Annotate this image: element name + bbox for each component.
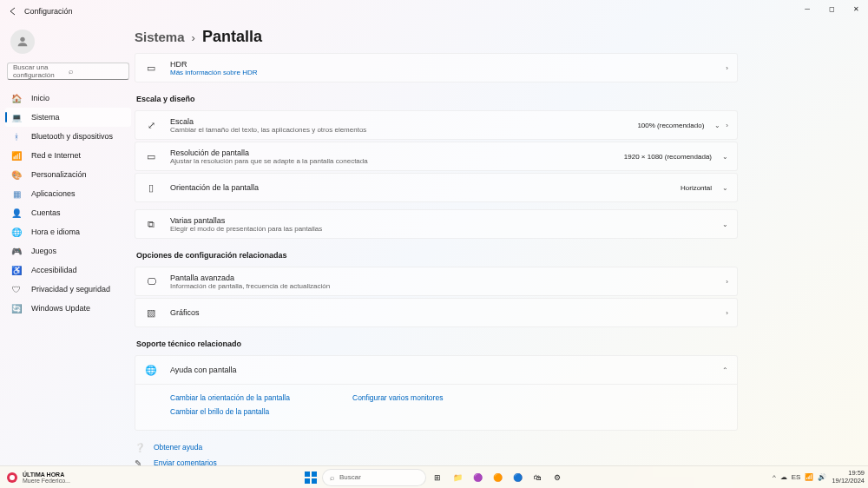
start-button[interactable] xyxy=(302,469,319,486)
sidebar-item-privacidad-y-seguridad[interactable]: 🛡Privacidad y seguridad xyxy=(5,280,131,299)
nav-label: Windows Update xyxy=(31,304,90,313)
chevron-up-icon[interactable]: ⌃ xyxy=(722,366,728,374)
breadcrumb-parent[interactable]: Sistema xyxy=(135,30,185,44)
page-title: Pantalla xyxy=(202,28,262,46)
nav-label: Cuentas xyxy=(31,208,61,217)
sidebar-item-juegos[interactable]: 🎮Juegos xyxy=(5,241,131,260)
chevron-right-icon: › xyxy=(726,278,728,286)
taskbar: ÚLTIMA HORA Muere Federico... ⌕ Buscar ⊞… xyxy=(0,465,868,488)
sidebar-item-bluetooth-y-dispositivos[interactable]: ᚼBluetooth y dispositivos xyxy=(5,127,131,146)
nav-label: Sistema xyxy=(31,113,60,122)
search-input[interactable]: Buscar una configuración ⌕ xyxy=(7,63,129,80)
graphics-icon: ▧ xyxy=(144,306,158,320)
taskbar-search[interactable]: ⌕ Buscar xyxy=(322,469,426,486)
help-icon: ❔ xyxy=(135,443,147,452)
section-scale-title: Escala y diseño xyxy=(136,95,738,103)
nav-icon: 🏠 xyxy=(10,92,23,104)
sidebar-item-cuentas[interactable]: 👤Cuentas xyxy=(5,203,131,222)
close-button[interactable]: ✕ xyxy=(844,0,868,17)
chevron-down-icon[interactable]: ⌄ xyxy=(722,184,728,192)
search-icon: ⌕ xyxy=(330,473,334,482)
nav-label: Red e Internet xyxy=(31,151,81,160)
app-icon[interactable]: 🟠 xyxy=(489,469,506,486)
language-icon[interactable]: ES xyxy=(792,473,801,481)
sidebar-item-sistema[interactable]: 💻Sistema xyxy=(5,108,131,127)
nav-icon: ♿ xyxy=(10,264,23,276)
news-icon xyxy=(5,471,19,485)
feedback-icon: ✎ xyxy=(135,458,147,466)
get-help-link[interactable]: ❔ Obtener ayuda xyxy=(135,439,738,455)
chevron-up-icon[interactable]: ^ xyxy=(773,473,776,481)
minimize-button[interactable]: ─ xyxy=(795,0,819,17)
scale-card[interactable]: ⤢ Escala Cambiar el tamaño del texto, la… xyxy=(135,110,738,140)
help-expanded-body: Cambiar la orientación de la pantalla Ca… xyxy=(135,385,738,431)
nav-icon: ▦ xyxy=(10,188,23,200)
explorer-icon[interactable]: 📁 xyxy=(449,469,466,486)
graphics-card[interactable]: ▧ Gráficos › xyxy=(135,298,738,327)
sidebar-item-windows-update[interactable]: 🔄Windows Update xyxy=(5,299,131,318)
svg-point-0 xyxy=(20,37,24,42)
help-link-multi[interactable]: Configurar varios monitores xyxy=(352,393,535,402)
orientation-icon: ▯ xyxy=(144,181,158,195)
sidebar-item-hora-e-idioma[interactable]: 🌐Hora e idioma xyxy=(5,222,131,241)
task-view-button[interactable]: ⊞ xyxy=(429,469,446,486)
nav-icon: 🔄 xyxy=(10,302,23,314)
help-link-orientation[interactable]: Cambiar la orientación de la pantalla xyxy=(170,393,352,402)
hdr-link[interactable]: Más información sobre HDR xyxy=(170,69,720,76)
scale-icon: ⤢ xyxy=(144,118,158,132)
nav-icon: 🎮 xyxy=(10,245,23,257)
sidebar-item-personalización[interactable]: 🎨Personalización xyxy=(5,165,131,184)
chevron-right-icon[interactable]: › xyxy=(726,122,728,129)
edge-icon[interactable]: 🔵 xyxy=(509,469,526,486)
send-feedback-link[interactable]: ✎ Enviar comentarios xyxy=(135,455,738,465)
globe-icon: 🌐 xyxy=(144,363,158,377)
chevron-down-icon[interactable]: ⌄ xyxy=(722,221,728,228)
sidebar-item-accesibilidad[interactable]: ♿Accesibilidad xyxy=(5,260,131,280)
search-icon: ⌕ xyxy=(69,67,124,76)
nav-icon: 🎨 xyxy=(10,168,23,181)
resolution-card[interactable]: ▭ Resolución de pantalla Ajustar la reso… xyxy=(135,142,738,171)
chevron-right-icon: › xyxy=(726,309,728,317)
back-button[interactable] xyxy=(5,3,21,19)
nav-label: Inicio xyxy=(31,94,49,102)
svg-point-2 xyxy=(10,475,15,480)
advanced-display-card[interactable]: 🖵 Pantalla avanzada Información de panta… xyxy=(135,267,738,296)
hdr-card[interactable]: ▭ HDR Más información sobre HDR › xyxy=(135,53,738,82)
window-title: Configuración xyxy=(24,7,73,16)
help-display-card[interactable]: 🌐 Ayuda con pantalla ⌃ xyxy=(135,355,738,385)
nav-icon: 👤 xyxy=(10,207,23,219)
multi-display-card[interactable]: ⧉ Varias pantallas Elegir el modo de pre… xyxy=(135,209,738,239)
wifi-icon[interactable]: 📶 xyxy=(805,473,813,481)
system-tray[interactable]: ^ ☁ ES 📶 🔊 xyxy=(773,473,826,481)
nav-icon: 🛡 xyxy=(10,283,23,295)
sidebar-item-aplicaciones[interactable]: ▦Aplicaciones xyxy=(5,184,131,203)
chevron-down-icon[interactable]: ⌄ xyxy=(722,153,728,161)
resolution-value: 1920 × 1080 (recomendada) xyxy=(624,153,712,161)
section-support-title: Soporte técnico relacionado xyxy=(136,340,738,348)
store-icon[interactable]: 🛍 xyxy=(529,469,546,486)
sidebar-item-inicio[interactable]: 🏠Inicio xyxy=(5,89,131,108)
orientation-value: Horizontal xyxy=(681,184,712,192)
svg-rect-4 xyxy=(312,472,317,477)
settings-icon[interactable]: ⚙ xyxy=(549,469,566,486)
maximize-button[interactable]: ◻ xyxy=(819,0,844,17)
content-area: Sistema › Pantalla ▭ HDR Más información… xyxy=(135,23,868,465)
hdr-title: HDR xyxy=(170,60,720,69)
sidebar-item-red-e-internet[interactable]: 📶Red e Internet xyxy=(5,146,131,165)
help-link-brightness[interactable]: Cambiar el brillo de la pantalla xyxy=(170,407,352,416)
nav-icon: 📶 xyxy=(10,149,23,162)
chevron-right-icon: › xyxy=(192,31,195,44)
onedrive-icon[interactable]: ☁ xyxy=(780,473,787,481)
taskbar-widget[interactable]: ÚLTIMA HORA Muere Federico... xyxy=(0,466,76,488)
taskbar-clock[interactable]: 19:59 19/12/2024 xyxy=(832,470,865,485)
volume-icon[interactable]: 🔊 xyxy=(818,473,826,481)
chevron-down-icon[interactable]: ⌄ xyxy=(714,122,720,129)
nav-label: Aplicaciones xyxy=(31,189,76,198)
svg-rect-3 xyxy=(305,472,310,477)
nav-label: Accesibilidad xyxy=(31,266,77,274)
nav-icon: 💻 xyxy=(10,111,23,123)
nav-icon: ᚼ xyxy=(10,130,23,142)
orientation-card[interactable]: ▯ Orientación de la pantalla Horizontal … xyxy=(135,173,738,202)
user-profile[interactable] xyxy=(10,30,131,54)
app-icon[interactable]: 🟣 xyxy=(469,469,486,486)
